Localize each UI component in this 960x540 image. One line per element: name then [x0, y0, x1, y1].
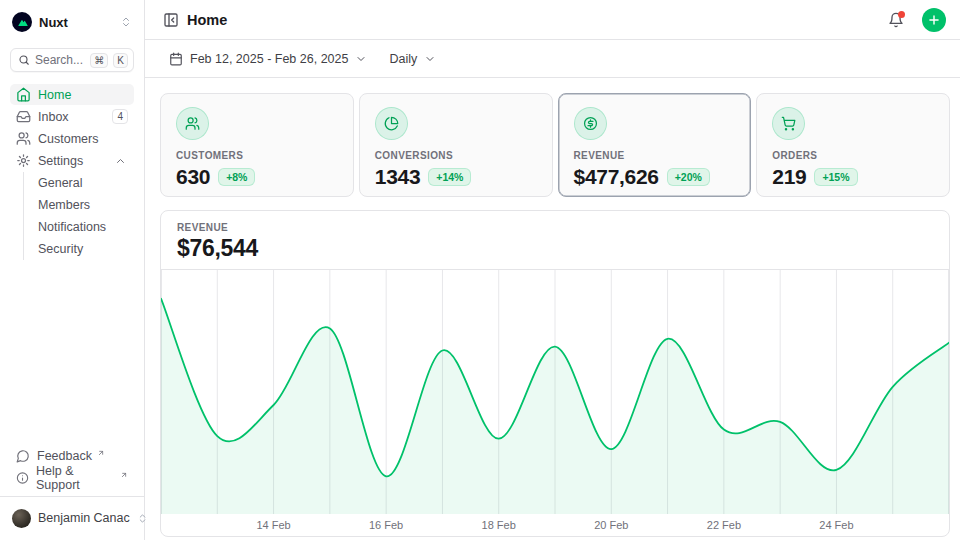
sidebar: Nuxt Search... ⌘ K Home Inbox 4 — [0, 0, 145, 540]
panel-left-close-icon — [163, 12, 179, 28]
revenue-chart[interactable]: 14 Feb16 Feb18 Feb20 Feb22 Feb24 Feb — [161, 270, 949, 536]
sidebar-item-notifications[interactable]: Notifications — [24, 216, 134, 238]
sidebar-item-settings[interactable]: Settings — [10, 150, 134, 171]
stat-value: 630 — [176, 165, 210, 189]
stat-change-badge: +8% — [218, 168, 255, 186]
chevron-down-icon — [424, 53, 436, 65]
revenue-chart-card: REVENUE $76,544 14 Feb16 Feb18 Feb20 Feb… — [160, 210, 950, 537]
search-icon — [18, 54, 30, 66]
stat-card-revenue[interactable]: REVENUE $477,626 +20% — [558, 93, 752, 197]
topbar: Home — [145, 0, 960, 40]
circle-dollar-icon — [574, 107, 607, 140]
period-label: Daily — [389, 52, 417, 66]
period-select[interactable]: Daily — [389, 52, 436, 66]
date-range-picker[interactable]: Feb 12, 2025 - Feb 26, 2025 — [169, 52, 367, 66]
svg-text:14 Feb: 14 Feb — [256, 519, 290, 531]
sidebar-item-members[interactable]: Members — [24, 194, 134, 216]
user-menu[interactable]: Benjamin Canac — [10, 504, 134, 532]
arrow-up-right-icon — [120, 468, 128, 482]
stats-row: CUSTOMERS 630 +8% CONVERSIONS 1343 +14% — [160, 93, 950, 197]
sidebar-item-label: Settings — [38, 154, 106, 168]
area-chart-svg: 14 Feb16 Feb18 Feb20 Feb22 Feb24 Feb — [161, 270, 949, 536]
svg-text:24 Feb: 24 Feb — [819, 519, 853, 531]
content: CUSTOMERS 630 +8% CONVERSIONS 1343 +14% — [145, 78, 960, 540]
workspace-name: Nuxt — [39, 15, 113, 30]
stat-change-badge: +14% — [428, 168, 471, 186]
search-input[interactable]: Search... ⌘ K — [10, 48, 134, 72]
date-range-label: Feb 12, 2025 - Feb 26, 2025 — [190, 52, 348, 66]
chevron-down-icon — [355, 53, 367, 65]
avatar — [12, 509, 31, 528]
sidebar-item-security[interactable]: Security — [24, 238, 134, 260]
workspace-switcher[interactable]: Nuxt — [10, 8, 134, 36]
stat-value: $477,626 — [574, 165, 659, 189]
chart-title: REVENUE — [177, 222, 933, 233]
help-support-label: Help & Support — [36, 464, 115, 492]
stat-value: 1343 — [375, 165, 421, 189]
chevron-up-icon — [113, 155, 128, 167]
message-circle-icon — [16, 449, 30, 463]
svg-text:20 Feb: 20 Feb — [594, 519, 628, 531]
stat-value: 219 — [772, 165, 806, 189]
filterbar: Feb 12, 2025 - Feb 26, 2025 Daily — [145, 40, 960, 78]
add-button[interactable] — [922, 8, 946, 32]
calendar-icon — [169, 52, 183, 66]
user-name: Benjamin Canac — [38, 511, 130, 525]
sidebar-footer: Feedback Help & Support Benjamin Canac — [10, 445, 134, 532]
search-placeholder: Search... — [35, 53, 85, 67]
notifications-button[interactable] — [882, 6, 910, 34]
arrow-up-right-icon — [97, 446, 105, 460]
home-icon — [16, 87, 31, 102]
chart-header: REVENUE $76,544 — [161, 211, 949, 270]
svg-text:16 Feb: 16 Feb — [369, 519, 403, 531]
sidebar-item-label: General — [38, 176, 128, 190]
notification-dot — [898, 11, 905, 18]
nuxt-logo-icon — [12, 12, 32, 32]
sidebar-item-customers[interactable]: Customers — [10, 128, 134, 149]
sidebar-item-label: Home — [38, 88, 128, 102]
sidebar-nav: Home Inbox 4 Customers Settings Gener — [10, 84, 134, 260]
plus-icon — [927, 13, 941, 27]
sidebar-divider — [0, 496, 144, 497]
kbd-meta: ⌘ — [90, 53, 108, 68]
inbox-icon — [16, 109, 31, 124]
settings-subnav: General Members Notifications Security — [23, 172, 134, 260]
chart-current-value: $76,544 — [177, 235, 933, 262]
gear-icon — [16, 153, 31, 168]
sidebar-item-label: Notifications — [38, 220, 128, 234]
sidebar-item-label: Members — [38, 198, 128, 212]
stat-change-badge: +15% — [814, 168, 857, 186]
stat-label: REVENUE — [574, 150, 736, 161]
feedback-label: Feedback — [37, 449, 92, 463]
users-icon — [176, 107, 209, 140]
pie-chart-icon — [375, 107, 408, 140]
collapse-sidebar-button[interactable] — [163, 12, 179, 28]
sidebar-item-home[interactable]: Home — [10, 84, 134, 105]
stat-card-conversions[interactable]: CONVERSIONS 1343 +14% — [359, 93, 553, 197]
app-window: Nuxt Search... ⌘ K Home Inbox 4 — [0, 0, 960, 540]
svg-text:18 Feb: 18 Feb — [482, 519, 516, 531]
stat-label: CUSTOMERS — [176, 150, 338, 161]
main-panel: Home Feb 12, 2025 - Feb 26, 2025 Daily — [145, 0, 960, 540]
stat-card-orders[interactable]: ORDERS 219 +15% — [756, 93, 950, 197]
chevrons-up-down-icon — [120, 16, 132, 28]
page-title: Home — [187, 12, 874, 28]
stat-label: ORDERS — [772, 150, 934, 161]
info-circle-icon — [16, 471, 29, 485]
stat-card-customers[interactable]: CUSTOMERS 630 +8% — [160, 93, 354, 197]
kbd-k: K — [113, 53, 128, 68]
users-icon — [16, 131, 31, 146]
inbox-count-badge: 4 — [112, 109, 128, 124]
svg-text:22 Feb: 22 Feb — [707, 519, 741, 531]
sidebar-item-inbox[interactable]: Inbox 4 — [10, 106, 134, 127]
sidebar-item-label: Inbox — [38, 110, 105, 124]
sidebar-item-label: Security — [38, 242, 128, 256]
stat-label: CONVERSIONS — [375, 150, 537, 161]
shopping-cart-icon — [772, 107, 805, 140]
sidebar-item-label: Customers — [38, 132, 128, 146]
help-support-link[interactable]: Help & Support — [10, 467, 134, 489]
sidebar-item-general[interactable]: General — [24, 172, 134, 194]
stat-change-badge: +20% — [667, 168, 710, 186]
